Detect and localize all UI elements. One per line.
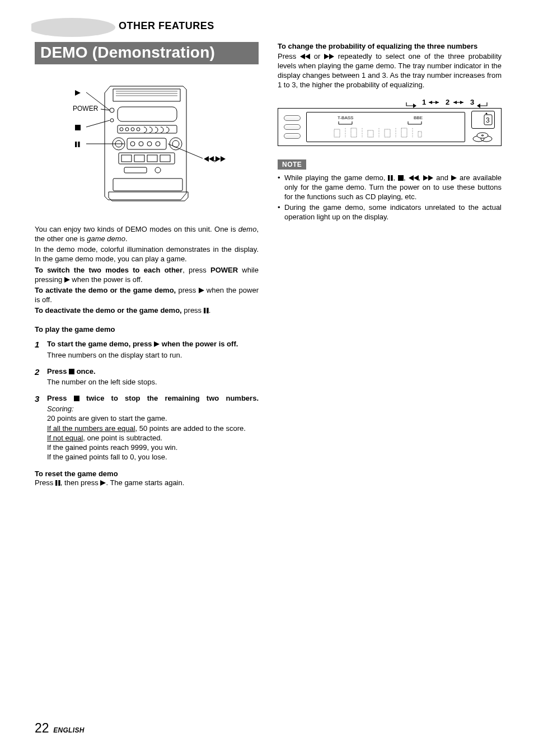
intro-p1a: You can enjoy two kinds of DEMO modes on…: [35, 225, 238, 233]
chapter-header: OTHER FEATURES: [35, 20, 503, 32]
step-1: To start the game demo, press when the p…: [35, 339, 259, 359]
svg-marker-44: [477, 104, 480, 108]
scoring-line-2: If all the numbers are equal, 50 points …: [47, 424, 259, 433]
svg-point-16: [137, 128, 140, 131]
intro-p2: In the demo mode, colorful illumination …: [35, 245, 259, 264]
svg-point-14: [125, 128, 129, 131]
svg-point-10: [110, 108, 114, 112]
stereo-diagram-svg: [35, 72, 259, 212]
callout-power: POWER: [73, 105, 98, 112]
play-icon: [75, 90, 81, 96]
step-3-head-a: Press: [47, 394, 74, 402]
intro-p4: To activate the demo or the game demo, p…: [35, 285, 259, 304]
step-3-body: Scoring: 20 points are given to start th…: [47, 404, 259, 462]
play-game-heading: To play the game demo: [35, 325, 259, 334]
svg-rect-27: [121, 155, 132, 162]
pause-icon: [55, 480, 60, 486]
stop-icon: [75, 125, 81, 130]
rewind-icon: [300, 54, 310, 59]
svg-point-22: [147, 142, 152, 146]
stop-icon: [398, 175, 404, 181]
intro-text: You can enjoy two kinds of DEMO modes on…: [35, 224, 259, 315]
callout-play-icon: [75, 89, 81, 97]
step-1-body: Three numbers on the display start to ru…: [47, 350, 259, 360]
intro-p5: To deactivate the demo or the game demo,…: [35, 306, 259, 315]
fast-forward-icon: [324, 54, 334, 59]
scoring-line-5: If the gained points fall to 0, you lose…: [47, 452, 259, 462]
display-panel-strip: T-BASS BBE: [278, 108, 502, 146]
svg-rect-52: [401, 128, 407, 137]
fast-forward-icon: [423, 175, 433, 181]
svg-rect-33: [113, 179, 182, 191]
note-1-a: While playing the game demo,: [284, 173, 388, 182]
svg-rect-31: [124, 167, 147, 173]
play-icon: [100, 480, 106, 486]
scoring-line-3-rest: , one point is subtracted.: [83, 434, 162, 442]
left-buttons: [284, 115, 301, 139]
intro-p4b: press: [176, 286, 198, 294]
step-1-head-a: To start the game demo, press: [47, 340, 154, 348]
play-icon: [451, 175, 457, 181]
intro-p1: You can enjoy two kinds of DEMO modes on…: [35, 224, 259, 243]
scoring-line-2-rest: , 50 points are added to the score.: [135, 424, 246, 433]
play-icon: [154, 341, 160, 347]
stop-icon: [74, 396, 79, 401]
intro-p1d: game demo: [87, 234, 125, 243]
svg-text:2: 2: [446, 98, 449, 106]
svg-text:1: 1: [422, 98, 426, 106]
fast-forward-icon: [216, 156, 226, 162]
step-1-head: To start the game demo, press when the p…: [47, 339, 259, 349]
intro-p5b: press: [182, 306, 204, 314]
svg-point-8: [31, 18, 115, 37]
play-icon: [199, 288, 204, 293]
intro-p1e: .: [125, 234, 128, 243]
callout-stop-icon: [75, 124, 81, 132]
intro-p1b: demo: [238, 225, 257, 233]
svg-rect-26: [119, 153, 175, 164]
right-display-group: 3: [471, 111, 495, 143]
step-2-head-b: once.: [74, 367, 96, 375]
right-column: To change the probability of equalizing …: [278, 42, 502, 489]
scoring-line-3-u: If not equal: [47, 434, 83, 442]
svg-rect-53: [418, 132, 421, 137]
note-1-b: and: [433, 173, 451, 182]
stop-icon: [69, 369, 74, 374]
pause-icon: [75, 142, 80, 147]
intro-p4a: To activate the demo or the game demo,: [35, 286, 176, 294]
note-label: NOTE: [278, 159, 306, 170]
right-p-b: or: [310, 52, 324, 60]
right-paragraph: Press or repeatedly to select one of the…: [278, 51, 502, 90]
svg-marker-42: [453, 101, 457, 104]
step-1-head-b: when the power is off.: [160, 340, 238, 348]
step-3-head-b: twice to stop the remaining two numbers.: [79, 394, 259, 402]
callout-seek-icons: ,: [204, 155, 226, 163]
lozenge-icon: [284, 115, 301, 121]
chapter-title: OTHER FEATURES: [119, 20, 214, 32]
lozenge-icon: [284, 133, 301, 139]
right-heading: To change the probability of equalizing …: [278, 42, 502, 50]
bbe-label: BBE: [414, 115, 423, 120]
svg-rect-9: [118, 107, 177, 121]
play-icon: [64, 277, 70, 283]
svg-marker-39: [413, 104, 416, 108]
pause-icon: [388, 175, 393, 181]
intro-p3c: POWER: [210, 266, 238, 274]
svg-point-24: [170, 138, 182, 150]
section-title: DEMO (Demonstration): [35, 42, 259, 64]
lozenge-icon: [284, 124, 301, 130]
reset-body-p: Press , then press . The game starts aga…: [35, 478, 259, 487]
reset-body-a: Press: [35, 478, 55, 487]
device-figure: POWER ,: [35, 72, 259, 212]
svg-point-20: [130, 142, 135, 146]
reset-body-b: , then press: [60, 478, 101, 487]
scoring-line-1: 20 points are given to start the game.: [47, 414, 259, 423]
svg-text:3: 3: [470, 98, 474, 106]
svg-line-38: [168, 144, 203, 158]
svg-point-13: [120, 128, 123, 131]
two-column-layout: DEMO (Demonstration): [35, 42, 503, 489]
page-number: 22: [35, 721, 49, 735]
svg-point-63: [477, 133, 488, 138]
svg-rect-48: [334, 129, 340, 137]
right-p-a: Press: [278, 52, 300, 60]
reset-body: Press , then press . The game starts aga…: [35, 478, 259, 487]
